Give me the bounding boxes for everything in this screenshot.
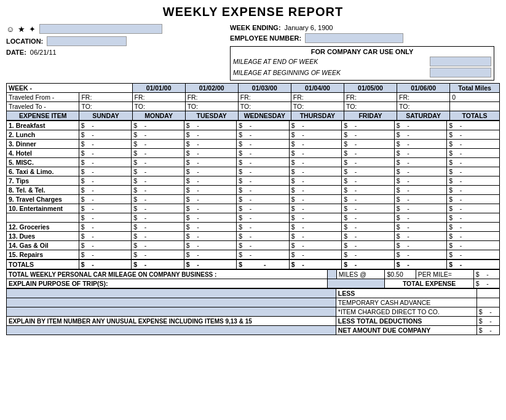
expense-day-5-1[interactable]: $ - [132,167,184,176]
expense-day-11-6[interactable]: $ - [394,223,447,232]
expense-day-6-6[interactable]: $ - [394,176,447,186]
expense-total-9[interactable]: $ - [447,204,500,213]
expense-day-13-3[interactable]: $ - [237,241,290,250]
expense-total-8[interactable]: $ - [447,195,500,204]
expense-day-8-1[interactable]: $ - [132,195,184,204]
expense-total-10[interactable]: $ - [447,213,500,223]
expense-total-11[interactable]: $ - [447,223,500,232]
expense-day-5-6[interactable]: $ - [394,167,447,176]
expense-day-14-1[interactable]: $ - [132,250,184,260]
purpose-input[interactable] [327,279,385,288]
expense-day-7-5[interactable]: $ - [342,186,395,195]
expense-day-6-5[interactable]: $ - [342,176,395,186]
expense-day-1-6[interactable]: $ - [394,130,447,140]
expense-day-1-3[interactable]: $ - [237,130,290,140]
expense-day-7-4[interactable]: $ - [289,186,342,195]
expense-day-3-5[interactable]: $ - [342,149,395,158]
expense-day-11-1[interactable]: $ - [132,223,184,232]
expense-total-2[interactable]: $ - [447,140,500,149]
expense-day-6-3[interactable]: $ - [237,176,290,186]
expense-day-7-2[interactable]: $ - [184,186,237,195]
expense-day-2-3[interactable]: $ - [237,140,290,149]
expense-day-5-4[interactable]: $ - [289,167,342,176]
expense-day-4-5[interactable]: $ - [342,158,395,167]
employee-number-input[interactable] [305,33,403,43]
expense-day-0-2[interactable]: $ - [184,121,237,130]
expense-day-2-1[interactable]: $ - [132,140,184,149]
expense-day-2-6[interactable]: $ - [394,140,447,149]
location-input[interactable] [47,36,127,46]
expense-day-4-0[interactable]: $ - [79,158,132,167]
expense-total-3[interactable]: $ - [447,149,500,158]
expense-day-12-3[interactable]: $ - [237,232,290,241]
expense-day-9-4[interactable]: $ - [289,204,342,213]
expense-day-1-0[interactable]: $ - [79,130,132,140]
expense-day-1-1[interactable]: $ - [132,130,184,140]
expense-day-2-4[interactable]: $ - [289,140,342,149]
expense-day-10-0[interactable]: $ - [79,213,132,223]
expense-day-4-6[interactable]: $ - [394,158,447,167]
expense-day-0-6[interactable]: $ - [394,121,447,130]
expense-day-6-4[interactable]: $ - [289,176,342,186]
expense-day-9-0[interactable]: $ - [79,204,132,213]
mileage-end-input[interactable] [430,57,491,66]
expense-day-0-1[interactable]: $ - [132,121,184,130]
expense-day-0-0[interactable]: $ - [79,121,132,130]
mileage-input-cell[interactable] [327,270,336,279]
expense-day-12-4[interactable]: $ - [289,232,342,241]
expense-total-4[interactable]: $ - [447,158,500,167]
expense-day-14-0[interactable]: $ - [79,250,132,260]
expense-day-14-2[interactable]: $ - [184,250,237,260]
expense-day-10-5[interactable]: $ - [342,213,395,223]
expense-day-10-1[interactable]: $ - [132,213,184,223]
expense-day-8-6[interactable]: $ - [394,195,447,204]
expense-total-5[interactable]: $ - [447,167,500,176]
expense-day-11-3[interactable]: $ - [237,223,290,232]
expense-total-6[interactable]: $ - [447,176,500,186]
expense-day-8-4[interactable]: $ - [289,195,342,204]
expense-day-1-4[interactable]: $ - [289,130,342,140]
expense-day-2-2[interactable]: $ - [184,140,237,149]
icon-input[interactable] [39,24,162,34]
expense-day-6-0[interactable]: $ - [79,176,132,186]
expense-day-14-5[interactable]: $ - [342,250,395,260]
expense-day-7-1[interactable]: $ - [132,186,184,195]
expense-day-9-1[interactable]: $ - [132,204,184,213]
expense-day-13-4[interactable]: $ - [289,241,342,250]
expense-day-2-5[interactable]: $ - [342,140,395,149]
expense-day-9-6[interactable]: $ - [394,204,447,213]
expense-day-5-5[interactable]: $ - [342,167,395,176]
expense-day-3-0[interactable]: $ - [79,149,132,158]
expense-day-8-3[interactable]: $ - [237,195,290,204]
expense-day-14-4[interactable]: $ - [289,250,342,260]
expense-day-0-5[interactable]: $ - [342,121,395,130]
expense-day-9-3[interactable]: $ - [237,204,290,213]
expense-day-7-0[interactable]: $ - [79,186,132,195]
expense-day-5-3[interactable]: $ - [237,167,290,176]
mileage-begin-input[interactable] [430,68,491,77]
expense-day-13-6[interactable]: $ - [394,241,447,250]
expense-day-3-6[interactable]: $ - [394,149,447,158]
expense-day-9-5[interactable]: $ - [342,204,395,213]
expense-day-6-1[interactable]: $ - [132,176,184,186]
expense-day-6-2[interactable]: $ - [184,176,237,186]
expense-total-7[interactable]: $ - [447,186,500,195]
expense-day-14-6[interactable]: $ - [394,250,447,260]
expense-total-12[interactable]: $ - [447,232,500,241]
expense-day-0-4[interactable]: $ - [289,121,342,130]
expense-day-9-2[interactable]: $ - [184,204,237,213]
expense-total-1[interactable]: $ - [447,130,500,140]
expense-day-3-2[interactable]: $ - [184,149,237,158]
expense-day-8-0[interactable]: $ - [79,195,132,204]
expense-day-10-6[interactable]: $ - [394,213,447,223]
expense-day-14-3[interactable]: $ - [237,250,290,260]
expense-day-12-5[interactable]: $ - [342,232,395,241]
expense-day-4-4[interactable]: $ - [289,158,342,167]
expense-total-13[interactable]: $ - [447,241,500,250]
expense-day-5-0[interactable]: $ - [79,167,132,176]
expense-total-14[interactable]: $ - [447,250,500,260]
expense-day-2-0[interactable]: $ - [79,140,132,149]
expense-day-5-2[interactable]: $ - [184,167,237,176]
expense-day-13-2[interactable]: $ - [184,241,237,250]
expense-day-4-3[interactable]: $ - [237,158,290,167]
